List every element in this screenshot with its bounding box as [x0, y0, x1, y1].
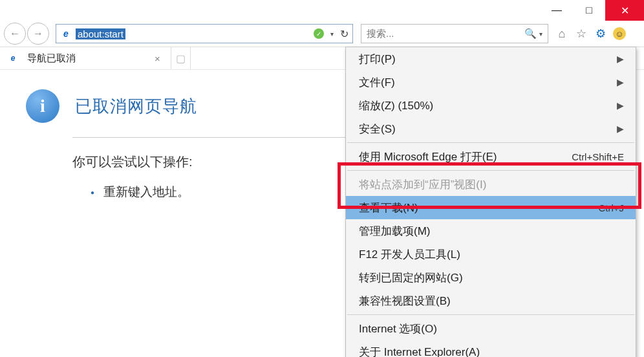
- arrow-left-icon: ←: [10, 28, 20, 39]
- security-badge-icon: ✓: [314, 28, 324, 39]
- menu-open-edge[interactable]: 使用 Microsoft Edge 打开(E)Ctrl+Shift+E: [346, 145, 636, 168]
- minimize-button[interactable]: —: [541, 0, 573, 21]
- submenu-arrow-icon: ▶: [617, 54, 624, 64]
- menu-add-site: 将站点添加到“应用”视图(I): [346, 173, 636, 196]
- maximize-button[interactable]: □: [573, 0, 605, 21]
- back-button[interactable]: ←: [4, 23, 26, 45]
- search-box[interactable]: 搜索... 🔍 ▾: [361, 24, 548, 43]
- maximize-icon: □: [586, 5, 592, 16]
- window-controls: — □ ✕: [541, 0, 644, 21]
- ie-logo-icon: e: [60, 28, 72, 39]
- menu-print[interactable]: 打印(P)▶: [346, 47, 636, 70]
- home-icon[interactable]: ⌂: [555, 27, 569, 41]
- address-dropdown-icon[interactable]: ▾: [330, 30, 334, 38]
- close-icon: ✕: [621, 5, 629, 17]
- menu-separator: [347, 170, 634, 171]
- submenu-arrow-icon: ▶: [617, 124, 624, 134]
- menu-separator: [347, 142, 634, 143]
- navigation-bar: ← → e about:start ✓ ▾ ↻ 搜索... 🔍 ▾ ⌂ ☆ ⚙ …: [0, 21, 644, 47]
- menu-f12[interactable]: F12 开发人员工具(L): [346, 243, 636, 266]
- toolbar-icons: ⌂ ☆ ⚙ ☺: [555, 27, 626, 41]
- tools-menu: 打印(P)▶ 文件(F)▶ 缩放(Z) (150%)▶ 安全(S)▶ 使用 Mi…: [345, 47, 636, 357]
- menu-about-ie[interactable]: 关于 Internet Explorer(A): [346, 340, 636, 357]
- info-icon: i: [26, 89, 59, 123]
- close-button[interactable]: ✕: [605, 0, 644, 21]
- menu-view-downloads[interactable]: 查看下载(N)Ctrl+J: [346, 196, 636, 219]
- smile-icon[interactable]: ☺: [613, 27, 626, 40]
- minimize-icon: —: [552, 5, 562, 16]
- menu-safety[interactable]: 安全(S)▶: [346, 117, 636, 140]
- arrow-right-icon: →: [33, 28, 43, 39]
- submenu-arrow-icon: ▶: [617, 77, 624, 87]
- refresh-button[interactable]: ↻: [340, 28, 349, 40]
- search-placeholder: 搜索...: [367, 28, 394, 40]
- tab-title: 导航已取消: [27, 52, 76, 65]
- forward-button[interactable]: →: [27, 23, 49, 45]
- new-tab-button[interactable]: ▢: [171, 47, 191, 69]
- tab-active[interactable]: e 导航已取消 ×: [0, 47, 171, 69]
- menu-file[interactable]: 文件(F)▶: [346, 70, 636, 94]
- tools-gear-icon[interactable]: ⚙: [594, 27, 608, 41]
- menu-internet-options[interactable]: Internet 选项(O): [346, 317, 636, 340]
- favorites-icon[interactable]: ☆: [574, 27, 588, 41]
- menu-pinned-sites[interactable]: 转到已固定的网站(G): [346, 266, 636, 289]
- ie-logo-icon: e: [8, 53, 18, 63]
- tab-close-button[interactable]: ×: [152, 53, 163, 64]
- submenu-arrow-icon: ▶: [617, 100, 624, 111]
- search-icon: 🔍: [524, 28, 537, 39]
- address-bar[interactable]: e about:start ✓ ▾ ↻: [56, 24, 353, 43]
- menu-compat-view[interactable]: 兼容性视图设置(B): [346, 289, 636, 312]
- menu-separator: [347, 314, 634, 315]
- menu-manage-addons[interactable]: 管理加载项(M): [346, 219, 636, 243]
- menu-zoom[interactable]: 缩放(Z) (150%)▶: [346, 94, 636, 117]
- search-dropdown-icon[interactable]: ▾: [539, 30, 542, 38]
- address-text: about:start: [76, 28, 125, 39]
- page-heading: 已取消网页导航: [75, 95, 197, 118]
